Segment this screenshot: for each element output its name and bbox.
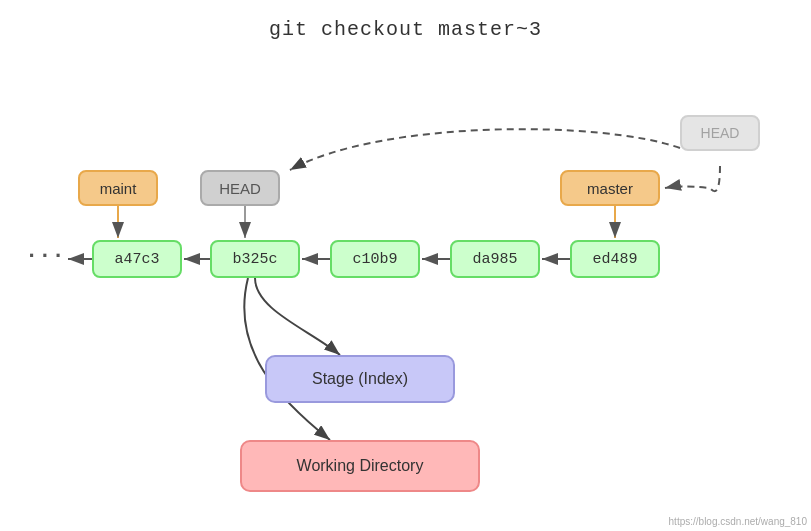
maint-text: maint [100, 180, 137, 197]
workdir-text: Working Directory [297, 457, 424, 475]
stage-box: Stage (Index) [265, 355, 455, 403]
workdir-box: Working Directory [240, 440, 480, 492]
ellipsis: ··· [25, 244, 65, 269]
label-head-detached: HEAD [200, 170, 280, 206]
commit-ed489: ed489 [570, 240, 660, 278]
label-master: master [560, 170, 660, 206]
commit-b325c: b325c [210, 240, 300, 278]
watermark: https://blog.csdn.net/wang_810 [669, 516, 807, 527]
head-detached-text: HEAD [219, 180, 261, 197]
master-text: master [587, 180, 633, 197]
stage-text: Stage (Index) [312, 370, 408, 388]
commit-a47c3: a47c3 [92, 240, 182, 278]
head-attached-text: HEAD [701, 125, 740, 141]
commit-c10b9: c10b9 [330, 240, 420, 278]
diagram: ··· a47c3 b325c c10b9 da985 ed489 maint … [0, 0, 811, 531]
commit-da985: da985 [450, 240, 540, 278]
label-maint: maint [78, 170, 158, 206]
label-head-attached: HEAD [680, 115, 760, 151]
